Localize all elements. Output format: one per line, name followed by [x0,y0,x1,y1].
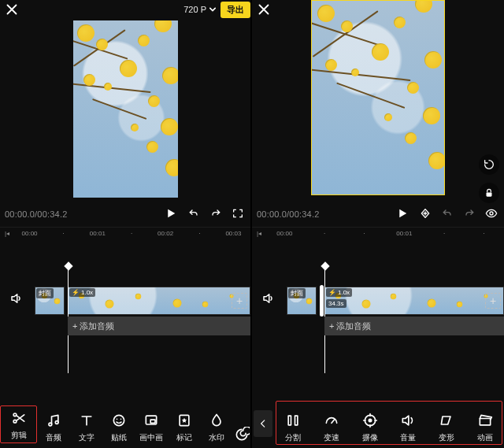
tool-warp[interactable]: 变形 [428,412,466,443]
editor-right-pane: 00:00.0/00:34.2 |◂ 00:00 ·· 00:01 ·· 封面 [252,0,504,448]
cover-clip[interactable]: 封面 [35,287,65,315]
bottom-toolbar: 分割 变速 摒像 音量 变形 动画 [252,396,504,443]
tool-pip[interactable]: 画中画 [135,412,168,443]
aperture-icon [361,412,379,429]
svg-rect-11 [295,416,298,425]
add-clip-button[interactable]: + [485,293,501,309]
volume-icon [399,412,417,429]
rotate-icon[interactable] [479,154,499,175]
resolution-label: 720 P [183,5,206,14]
time-display: 00:00.0/00:34.2 [5,209,67,219]
fullscreen-icon[interactable] [232,207,244,221]
clip-handle[interactable] [320,285,324,317]
speed-tag: ⚡ 1.0x [326,288,352,297]
timeline-tracks: 封面 ⚡ 1.0x 34.3s + + 添加音频 [252,268,504,354]
video-preview[interactable] [73,20,178,198]
close-icon[interactable] [255,1,272,18]
smiley-icon [110,412,128,429]
resolution-selector[interactable]: 720 P [183,5,216,14]
svg-point-3 [55,421,58,424]
keyframe-icon[interactable] [419,207,432,221]
undo-icon[interactable] [441,207,454,221]
tool-audio[interactable]: 音频 [37,412,69,443]
svg-rect-6 [151,420,156,423]
svg-rect-14 [480,419,490,425]
video-clip-selected[interactable]: ⚡ 1.0x 34.3s + [324,287,504,315]
svg-point-13 [368,419,372,423]
spiral-icon [233,426,250,443]
cover-tag: 封面 [36,288,54,298]
jump-start-icon[interactable]: |◂ [2,230,13,237]
editor-left-pane: 720 P 导出 00:00.0/00:34.2 [0,0,250,448]
tool-tempo[interactable]: 变速 [313,412,351,443]
add-clip-button[interactable]: + [232,293,247,309]
music-note-icon [45,412,62,429]
tool-capture[interactable]: 摒像 [350,412,389,443]
cover-clip[interactable]: 封面 [287,287,317,315]
add-audio-track[interactable]: + 添加音频 [324,317,504,335]
speed-icon [323,412,340,429]
mute-icon[interactable] [9,291,24,307]
svg-rect-8 [487,192,492,196]
eye-icon[interactable] [485,207,498,221]
lock-icon[interactable] [479,183,499,203]
timeline-tracks: 封面 ⚡ 1.0x + + 添加音频 [0,268,250,354]
tool-more[interactable] [233,426,250,443]
bookmark-icon [176,412,193,429]
redo-icon[interactable] [209,207,222,221]
tool-volume[interactable]: 音量 [389,412,428,443]
undo-icon[interactable] [187,207,200,221]
svg-point-4 [113,415,124,425]
transport-controls: 00:00.0/00:34.2 [0,203,250,225]
close-icon[interactable] [3,1,20,18]
clapper-icon [476,412,494,429]
transport-controls: 00:00.0/00:34.2 [252,203,504,225]
jump-start-icon[interactable]: |◂ [254,230,265,237]
time-display: 00:00.0/00:34.2 [257,209,319,219]
svg-point-2 [49,423,52,426]
header: 720 P 导出 [0,0,250,19]
duration-tag: 34.3s [326,299,346,308]
text-icon [78,412,95,429]
split-icon [284,412,302,429]
svg-point-9 [490,212,493,215]
export-button[interactable]: 导出 [220,2,250,18]
tool-sticker[interactable]: 贴纸 [102,412,135,443]
tool-split[interactable]: 分割 [274,412,313,443]
video-clip[interactable]: ⚡ 1.0x + [68,287,250,315]
speed-tag: ⚡ 1.0x [69,288,95,297]
svg-rect-10 [288,416,291,425]
play-icon[interactable] [164,206,178,222]
tool-mark[interactable]: 标记 [168,412,200,443]
redo-icon[interactable] [463,207,476,221]
skew-icon [438,412,455,429]
timeline-ruler[interactable]: |◂ 00:00 · 00:01 · 00:02 · 00:03 [0,227,250,239]
play-icon[interactable] [395,206,410,222]
tool-anim[interactable]: 动画 [465,412,504,443]
video-preview[interactable] [311,0,445,195]
bottom-toolbar: 剪辑 音频 文字 贴纸 画中画 标记 水印 [0,396,250,443]
pip-icon [143,412,160,429]
cover-tag: 封面 [288,288,306,298]
droplet-icon [208,412,225,429]
tool-text[interactable]: 文字 [70,412,102,443]
timeline-ruler[interactable]: |◂ 00:00 ·· 00:01 ·· [252,227,504,239]
mute-icon[interactable] [261,291,276,307]
tool-watermark[interactable]: 水印 [201,412,233,443]
scissors-icon [10,409,28,427]
tool-cut[interactable]: 剪辑 [0,405,37,443]
add-audio-track[interactable]: + 添加音频 [68,317,250,335]
